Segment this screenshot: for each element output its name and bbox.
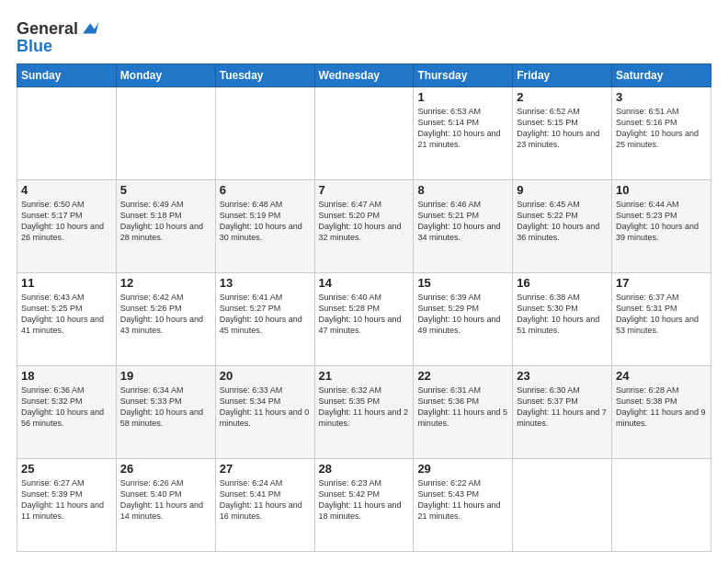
logo-bird-icon [80, 18, 100, 39]
weekday-header-sunday: Sunday [17, 64, 117, 87]
day-info: Sunrise: 6:52 AMSunset: 5:15 PMDaylight:… [517, 106, 608, 151]
calendar-week-row: 11Sunrise: 6:43 AMSunset: 5:25 PMDayligh… [17, 273, 711, 366]
day-info: Sunrise: 6:45 AMSunset: 5:22 PMDaylight:… [517, 199, 608, 244]
day-number: 19 [120, 369, 211, 383]
day-number: 28 [319, 462, 410, 476]
day-number: 3 [616, 90, 707, 104]
day-number: 7 [319, 183, 410, 197]
day-info: Sunrise: 6:51 AMSunset: 5:16 PMDaylight:… [616, 106, 707, 151]
day-info: Sunrise: 6:37 AMSunset: 5:31 PMDaylight:… [616, 292, 707, 337]
calendar-cell: 20Sunrise: 6:33 AMSunset: 5:34 PMDayligh… [215, 366, 314, 459]
calendar-cell [314, 87, 414, 180]
day-info: Sunrise: 6:26 AMSunset: 5:40 PMDaylight:… [120, 477, 211, 523]
calendar-cell: 10Sunrise: 6:44 AMSunset: 5:23 PMDayligh… [612, 180, 711, 273]
calendar-week-row: 18Sunrise: 6:36 AMSunset: 5:32 PMDayligh… [17, 366, 711, 459]
calendar-cell: 13Sunrise: 6:41 AMSunset: 5:27 PMDayligh… [215, 273, 314, 366]
day-info: Sunrise: 6:39 AMSunset: 5:29 PMDaylight:… [417, 292, 508, 337]
day-number: 29 [417, 462, 508, 476]
calendar-cell [116, 87, 215, 180]
day-number: 9 [517, 183, 608, 197]
day-number: 13 [220, 276, 311, 290]
calendar-cell: 17Sunrise: 6:37 AMSunset: 5:31 PMDayligh… [612, 273, 711, 366]
calendar-cell [17, 87, 117, 180]
calendar-cell: 9Sunrise: 6:45 AMSunset: 5:22 PMDaylight… [513, 180, 612, 273]
weekday-header-thursday: Thursday [414, 64, 513, 87]
day-number: 14 [319, 276, 410, 290]
day-number: 12 [120, 276, 211, 290]
day-info: Sunrise: 6:43 AMSunset: 5:25 PMDaylight:… [21, 292, 112, 337]
day-number: 27 [220, 462, 311, 476]
day-number: 10 [616, 183, 707, 197]
day-info: Sunrise: 6:34 AMSunset: 5:33 PMDaylight:… [120, 385, 211, 430]
day-info: Sunrise: 6:50 AMSunset: 5:17 PMDaylight:… [21, 199, 112, 244]
calendar-cell: 28Sunrise: 6:23 AMSunset: 5:42 PMDayligh… [314, 459, 414, 552]
calendar-cell: 26Sunrise: 6:26 AMSunset: 5:40 PMDayligh… [116, 459, 215, 552]
day-number: 4 [21, 183, 112, 197]
calendar-cell: 16Sunrise: 6:38 AMSunset: 5:30 PMDayligh… [513, 273, 612, 366]
day-info: Sunrise: 6:38 AMSunset: 5:30 PMDaylight:… [517, 292, 608, 337]
day-info: Sunrise: 6:28 AMSunset: 5:38 PMDaylight:… [616, 385, 707, 430]
calendar-cell: 12Sunrise: 6:42 AMSunset: 5:26 PMDayligh… [116, 273, 215, 366]
calendar-cell: 29Sunrise: 6:22 AMSunset: 5:43 PMDayligh… [414, 459, 513, 552]
logo: General Blue [17, 18, 100, 56]
weekday-header-row: SundayMondayTuesdayWednesdayThursdayFrid… [17, 64, 711, 87]
weekday-header-wednesday: Wednesday [314, 64, 414, 87]
weekday-header-monday: Monday [116, 64, 215, 87]
calendar-cell: 3Sunrise: 6:51 AMSunset: 5:16 PMDaylight… [612, 87, 711, 180]
calendar-cell: 6Sunrise: 6:48 AMSunset: 5:19 PMDaylight… [215, 180, 314, 273]
calendar-table: SundayMondayTuesdayWednesdayThursdayFrid… [17, 63, 711, 552]
day-number: 11 [21, 276, 112, 290]
calendar-cell: 23Sunrise: 6:30 AMSunset: 5:37 PMDayligh… [513, 366, 612, 459]
day-number: 17 [616, 276, 707, 290]
calendar-cell [612, 459, 711, 552]
calendar-cell: 14Sunrise: 6:40 AMSunset: 5:28 PMDayligh… [314, 273, 414, 366]
day-number: 24 [616, 369, 707, 383]
calendar-cell [215, 87, 314, 180]
calendar-week-row: 25Sunrise: 6:27 AMSunset: 5:39 PMDayligh… [17, 459, 711, 552]
day-number: 16 [517, 276, 608, 290]
calendar-cell: 7Sunrise: 6:47 AMSunset: 5:20 PMDaylight… [314, 180, 414, 273]
logo-blue-text: Blue [17, 37, 100, 56]
calendar-cell: 1Sunrise: 6:53 AMSunset: 5:14 PMDaylight… [414, 87, 513, 180]
calendar-cell: 24Sunrise: 6:28 AMSunset: 5:38 PMDayligh… [612, 366, 711, 459]
calendar-cell: 8Sunrise: 6:46 AMSunset: 5:21 PMDaylight… [414, 180, 513, 273]
day-number: 23 [517, 369, 608, 383]
day-info: Sunrise: 6:49 AMSunset: 5:18 PMDaylight:… [120, 199, 211, 244]
day-number: 21 [319, 369, 410, 383]
day-info: Sunrise: 6:33 AMSunset: 5:34 PMDaylight:… [220, 385, 311, 430]
calendar-cell: 22Sunrise: 6:31 AMSunset: 5:36 PMDayligh… [414, 366, 513, 459]
weekday-header-saturday: Saturday [612, 64, 711, 87]
day-info: Sunrise: 6:23 AMSunset: 5:42 PMDaylight:… [319, 477, 410, 523]
day-number: 18 [21, 369, 112, 383]
calendar-cell: 18Sunrise: 6:36 AMSunset: 5:32 PMDayligh… [17, 366, 117, 459]
calendar-week-row: 4Sunrise: 6:50 AMSunset: 5:17 PMDaylight… [17, 180, 711, 273]
day-number: 5 [120, 183, 211, 197]
page: General Blue SundayMondayTuesdayWednesda… [0, 0, 728, 563]
svg-marker-0 [83, 22, 98, 34]
day-number: 22 [417, 369, 508, 383]
day-info: Sunrise: 6:42 AMSunset: 5:26 PMDaylight:… [120, 292, 211, 337]
day-info: Sunrise: 6:36 AMSunset: 5:32 PMDaylight:… [21, 385, 112, 430]
day-info: Sunrise: 6:24 AMSunset: 5:41 PMDaylight:… [220, 477, 311, 523]
calendar-cell: 4Sunrise: 6:50 AMSunset: 5:17 PMDaylight… [17, 180, 117, 273]
day-info: Sunrise: 6:47 AMSunset: 5:20 PMDaylight:… [319, 199, 410, 244]
weekday-header-friday: Friday [513, 64, 612, 87]
day-info: Sunrise: 6:48 AMSunset: 5:19 PMDaylight:… [220, 199, 311, 244]
calendar-cell: 19Sunrise: 6:34 AMSunset: 5:33 PMDayligh… [116, 366, 215, 459]
calendar-cell: 5Sunrise: 6:49 AMSunset: 5:18 PMDaylight… [116, 180, 215, 273]
calendar-cell: 2Sunrise: 6:52 AMSunset: 5:15 PMDaylight… [513, 87, 612, 180]
day-number: 20 [220, 369, 311, 383]
calendar-cell: 15Sunrise: 6:39 AMSunset: 5:29 PMDayligh… [414, 273, 513, 366]
day-number: 25 [21, 462, 112, 476]
calendar-cell: 21Sunrise: 6:32 AMSunset: 5:35 PMDayligh… [314, 366, 414, 459]
calendar-cell [513, 459, 612, 552]
day-info: Sunrise: 6:27 AMSunset: 5:39 PMDaylight:… [21, 477, 112, 523]
day-number: 15 [417, 276, 508, 290]
day-info: Sunrise: 6:46 AMSunset: 5:21 PMDaylight:… [417, 199, 508, 244]
calendar-week-row: 1Sunrise: 6:53 AMSunset: 5:14 PMDaylight… [17, 87, 711, 180]
day-number: 8 [417, 183, 508, 197]
day-number: 2 [517, 90, 608, 104]
day-info: Sunrise: 6:53 AMSunset: 5:14 PMDaylight:… [417, 106, 508, 151]
day-number: 6 [220, 183, 311, 197]
logo-general-text: General [17, 19, 78, 39]
